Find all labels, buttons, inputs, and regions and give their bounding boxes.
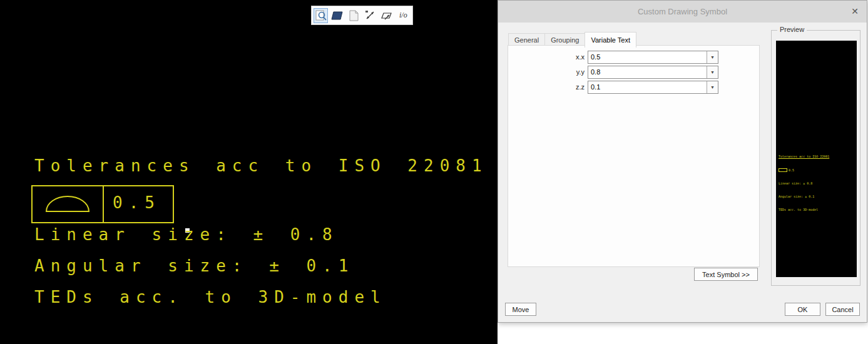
close-icon[interactable]: ✕ xyxy=(849,6,860,17)
variable-row-xx: x.x 0.5 ▼ xyxy=(508,49,759,64)
scale-dimension-icon xyxy=(365,10,376,21)
variable-combo-yy[interactable]: 0.8 ▼ xyxy=(588,66,718,79)
cancel-button[interactable]: Cancel xyxy=(825,303,860,316)
cad-linear-size-line: Linear size: ± 0.8 xyxy=(34,225,339,244)
variable-row-yy: y.y 0.8 ▼ xyxy=(508,64,759,79)
custom-drawing-symbol-dialog: Custom Drawing Symbol ✕ General Grouping… xyxy=(498,0,867,323)
preview-groupbox: Preview Tolerances acc to ISO 22081 0.5 … xyxy=(771,30,860,286)
scale-dimension-button[interactable] xyxy=(363,8,377,23)
zoom-select-button[interactable] xyxy=(314,8,328,23)
preview-image: Tolerances acc to ISO 22081 0.5 Linear s… xyxy=(776,41,857,277)
drawing-sheet-icon xyxy=(347,9,360,22)
preview-angular-line: Angular size: ± 0.1 xyxy=(779,195,829,199)
preview-symbol-row: 0.5 xyxy=(779,168,829,173)
surface-profile-icon xyxy=(33,186,103,220)
inspect-dimension-icon: i/o xyxy=(399,11,407,20)
variable-text-panel: x.x 0.5 ▼ y.y 0.8 ▼ z.z 0.1 ▼ xyxy=(508,45,760,267)
variable-combo-zz[interactable]: 0.1 ▼ xyxy=(588,81,718,94)
variable-row-zz: z.z 0.1 ▼ xyxy=(508,79,759,94)
combo-value: 0.8 xyxy=(591,66,600,78)
dialog-title: Custom Drawing Symbol xyxy=(638,7,727,16)
cad-canvas[interactable]: i/o Tolerances acc to ISO 22081 0.5 Line… xyxy=(0,0,498,344)
ok-button[interactable]: OK xyxy=(785,303,820,316)
text-symbol-button[interactable]: Text Symbol >> xyxy=(694,268,758,281)
shaded-view-button[interactable] xyxy=(330,8,344,23)
cad-title-line: Tolerances acc to ISO 22081 xyxy=(34,156,488,175)
tab-variable-text[interactable]: Variable Text xyxy=(585,32,636,48)
dialog-titlebar[interactable]: Custom Drawing Symbol xyxy=(498,1,867,23)
variable-combo-xx[interactable]: 0.5 ▼ xyxy=(588,51,718,64)
preview-title-line: Tolerances acc to ISO 22081 xyxy=(779,154,829,159)
chevron-down-icon[interactable]: ▼ xyxy=(707,51,718,63)
preview-surface-profile-icon xyxy=(779,168,787,172)
combo-value: 0.1 xyxy=(591,81,600,93)
chevron-down-icon[interactable]: ▼ xyxy=(707,81,718,93)
shaded-view-icon xyxy=(331,9,344,22)
zoom-select-icon xyxy=(315,9,327,22)
cad-mini-toolbar: i/o xyxy=(311,6,413,25)
preview-teds-line: TEDs acc. to 3D-model xyxy=(779,208,829,212)
variable-label: y.y xyxy=(508,68,588,76)
tolerance-symbol-cell xyxy=(33,186,103,222)
tolerance-symbol-value: 0.5 xyxy=(103,186,173,222)
plane-dimension-icon xyxy=(381,10,392,21)
chevron-down-icon[interactable]: ▼ xyxy=(707,66,718,78)
variable-label: x.x xyxy=(508,53,588,61)
cad-angular-size-line: Angular size: ± 0.1 xyxy=(34,256,354,275)
tolerance-symbol-frame: 0.5 xyxy=(31,185,174,223)
preview-caption: Preview xyxy=(777,26,807,33)
preview-symbol-value: 0.5 xyxy=(789,168,794,173)
preview-linear-line: Linear size: ± 0.8 xyxy=(779,181,829,186)
drawing-sheet-button[interactable] xyxy=(347,8,361,23)
variable-label: z.z xyxy=(508,83,588,91)
combo-value: 0.5 xyxy=(591,51,600,63)
preview-mini-text: Tolerances acc to ISO 22081 0.5 Linear s… xyxy=(779,146,829,221)
cad-teds-line: TEDs acc. to 3D-model xyxy=(34,288,387,306)
move-button[interactable]: Move xyxy=(505,303,536,316)
plane-dimension-button[interactable] xyxy=(379,8,394,23)
inspect-dimension-button[interactable]: i/o xyxy=(396,8,411,23)
